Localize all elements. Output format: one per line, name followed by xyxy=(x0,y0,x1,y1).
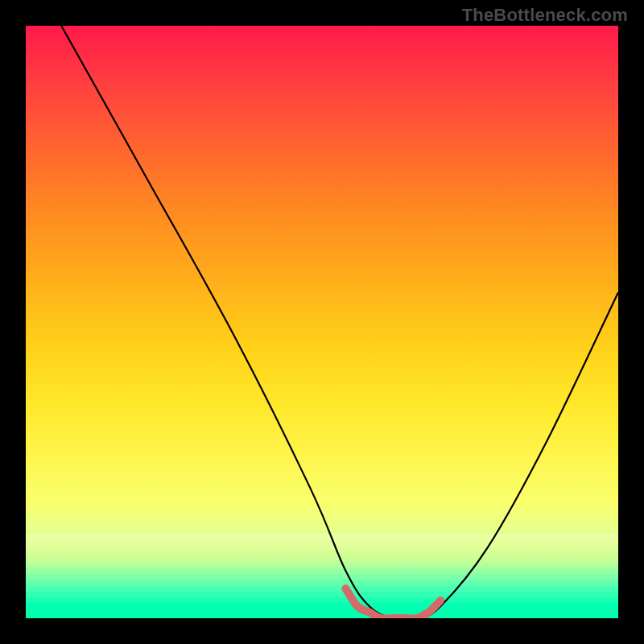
plot-area xyxy=(26,26,618,618)
watermark-text: TheBottleneck.com xyxy=(462,5,628,26)
bottleneck-curve-svg xyxy=(26,26,618,618)
optimal-region-marker xyxy=(345,588,440,618)
bottleneck-curve xyxy=(61,26,618,618)
chart-frame: TheBottleneck.com xyxy=(0,0,644,644)
